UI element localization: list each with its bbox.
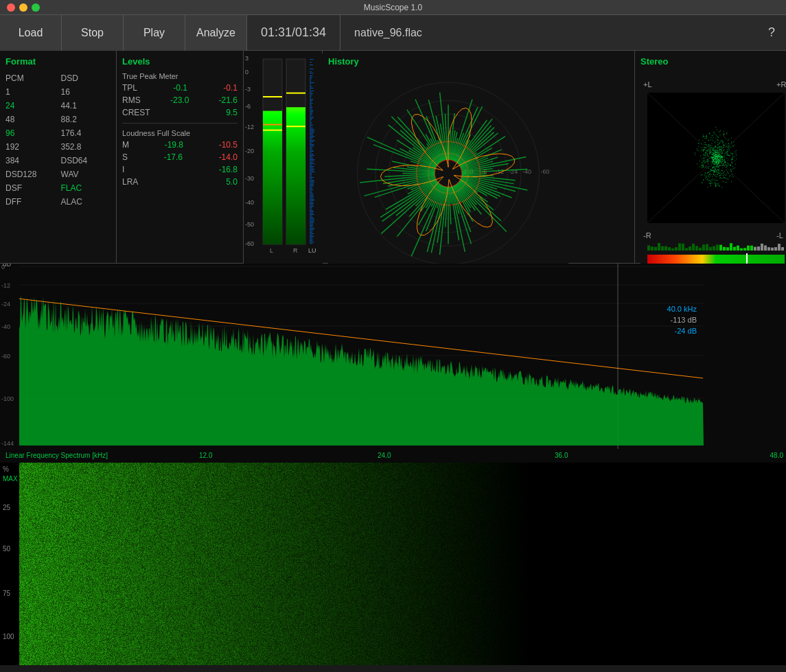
analyze-button[interactable]: Analyze [185, 15, 247, 51]
i-label: I [122, 165, 124, 174]
fmt-wav: WAV [61, 168, 111, 181]
playback-time: 01:31 / 01:34 [247, 15, 340, 51]
crest-val: 9.5 [226, 108, 238, 117]
s-val: -17.6 [164, 152, 183, 162]
fmt-dsd: DSD [61, 72, 111, 84]
cursor-db1: -113 dB [670, 316, 697, 324]
i-val: -16.8 [219, 165, 238, 174]
pct-25: 25 [3, 504, 10, 511]
fmt-24: 24 [5, 100, 56, 112]
load-button[interactable]: Load [0, 15, 62, 51]
spectrogram-panel: % MAX 25 50 75 100 [0, 463, 786, 665]
pct-label: % [3, 465, 9, 473]
fmt-1: 1 [5, 86, 56, 98]
max-label: MAX [3, 475, 18, 483]
m-row: M -19.8 -10.5 [122, 140, 238, 150]
play-button[interactable]: Play [124, 15, 185, 51]
freq-48: 48.0 [770, 452, 783, 459]
lra-row: LRA 5.0 [122, 177, 238, 187]
lra-label: LRA [122, 177, 138, 187]
format-panel: Format PCM DSD 1 16 24 44.1 48 88.2 96 1… [0, 51, 117, 263]
format-grid: PCM DSD 1 16 24 44.1 48 88.2 96 176.4 19… [5, 72, 111, 208]
stereo-panel: Stereo [635, 51, 786, 263]
format-title: Format [5, 56, 111, 67]
crest-row: CREST 9.5 [122, 108, 238, 117]
toolbar: Load Stop Play Analyze 01:31 / 01:34 nat… [0, 15, 786, 51]
tpl-row: TPL -0.1 -0.1 [122, 83, 238, 93]
lfs-label: Loudness Full Scale [122, 129, 238, 137]
pct-100: 100 [3, 633, 14, 640]
fmt-384: 384 [5, 154, 56, 167]
spectrum-canvas [0, 264, 786, 463]
fmt-176: 176.4 [61, 127, 111, 139]
spectrum-freq-label: Linear Frequency Spectrum [kHz] [5, 452, 108, 459]
rms-row: RMS -23.0 -21.6 [122, 95, 238, 105]
fmt-44: 44.1 [61, 100, 111, 112]
meter-panel [244, 51, 323, 263]
fmt-dsf: DSF [5, 182, 56, 194]
meter-canvas [244, 54, 323, 266]
history-panel: History [323, 51, 635, 263]
time-total: 01:34 [295, 25, 326, 40]
tpl-l: -0.1 [173, 83, 187, 93]
fmt-96: 96 [5, 127, 56, 139]
i-row: I -16.8 [122, 165, 238, 174]
fmt-192: 192 [5, 141, 56, 153]
pct-50: 50 [3, 545, 10, 553]
fmt-88: 88.2 [61, 113, 111, 126]
time-current: 01:31 [261, 25, 292, 40]
stereo-title: Stereo [640, 56, 781, 67]
fmt-pcm: PCM [5, 72, 56, 84]
help-button[interactable]: ? [757, 15, 786, 51]
rms-label: RMS [122, 95, 141, 105]
lra-val: 5.0 [226, 177, 238, 187]
freq-24: 24.0 [378, 452, 391, 459]
history-title: History [328, 56, 629, 67]
rms-l: -23.0 [170, 95, 189, 105]
s-target: -14.0 [219, 152, 238, 162]
fmt-48: 48 [5, 113, 56, 126]
crest-label: CREST [122, 108, 150, 117]
app-title: MusicScope 1.0 [364, 3, 422, 12]
true-peak-label: True Peak Meter [122, 72, 238, 80]
m-target: -10.5 [219, 140, 238, 150]
fmt-352: 352.8 [61, 141, 111, 153]
pct-75: 75 [3, 590, 10, 597]
tpl-r: -0.1 [223, 83, 238, 93]
levels-title: Levels [122, 56, 238, 67]
cursor-db2: -24 dB [675, 327, 697, 335]
m-label: M [122, 140, 129, 150]
fmt-dff: DFF [5, 196, 56, 208]
levels-panel: Levels True Peak Meter TPL -0.1 -0.1 RMS… [117, 51, 244, 263]
s-row: S -17.6 -14.0 [122, 152, 238, 162]
m-val: -19.8 [165, 140, 183, 150]
stop-button[interactable]: Stop [62, 15, 124, 51]
cursor-freq: 40.0 kHz [667, 305, 697, 313]
traffic-lights [7, 3, 40, 12]
fmt-flac: FLAC [61, 182, 111, 194]
close-button[interactable] [7, 3, 15, 12]
s-label: S [122, 152, 128, 162]
minimize-button[interactable] [19, 3, 27, 12]
fmt-16: 16 [61, 86, 111, 98]
spectrogram-canvas [0, 463, 786, 665]
maximize-button[interactable] [32, 3, 40, 12]
titlebar: MusicScope 1.0 [0, 0, 786, 15]
fmt-dsd128: DSD128 [5, 168, 56, 181]
tpl-label: TPL [122, 83, 137, 93]
filename: native_96.flac [340, 15, 757, 51]
fmt-dsd64: DSD64 [61, 154, 111, 167]
stereo-canvas [640, 72, 786, 285]
spectrum-panel: Linear Frequency Spectrum [kHz] 12.0 24.… [0, 264, 786, 463]
radial-canvas [328, 72, 568, 268]
freq-12: 12.0 [199, 452, 212, 459]
panels-row: Format PCM DSD 1 16 24 44.1 48 88.2 96 1… [0, 51, 786, 264]
rms-r: -21.6 [219, 95, 238, 105]
fmt-alac: ALAC [61, 196, 111, 208]
freq-36: 36.0 [555, 452, 568, 459]
